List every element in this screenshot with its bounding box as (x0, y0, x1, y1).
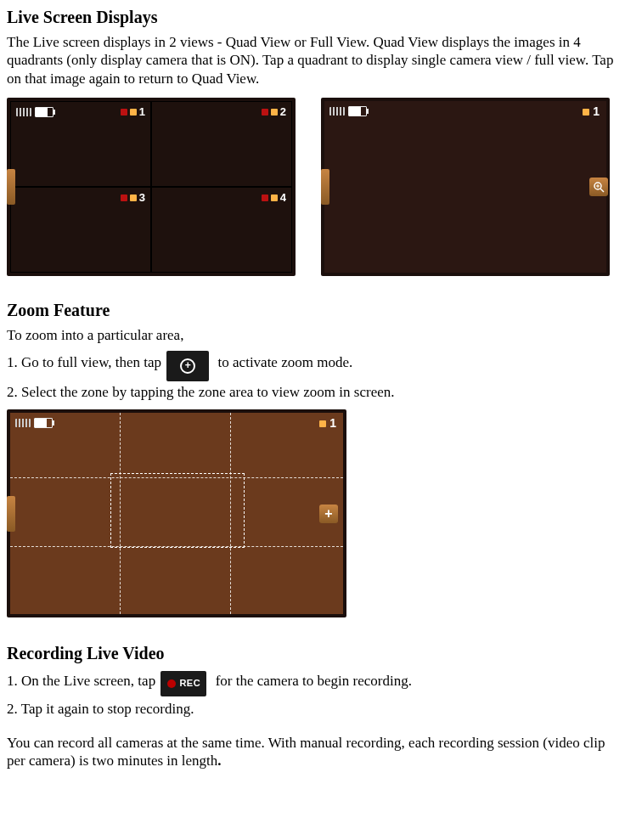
recording-step-1b: for the camera to begin recording. (216, 673, 412, 689)
status-bar (16, 107, 53, 117)
camera-status-icon (130, 109, 137, 116)
status-bar (15, 418, 53, 428)
camera-status-icon (271, 194, 278, 201)
camera-status-icon (130, 194, 137, 201)
side-tab-left[interactable] (7, 496, 15, 532)
zoom-plus-button[interactable]: + (319, 505, 338, 523)
signal-icon (329, 107, 345, 116)
svg-line-1 (600, 189, 604, 192)
camera-label-1: 1 (121, 105, 145, 119)
camera-label-4: 4 (262, 191, 286, 205)
record-dot-icon (262, 109, 268, 116)
camera-number: 4 (280, 191, 286, 205)
zoom-area[interactable]: 1 + (10, 413, 343, 614)
magnify-plus-icon (166, 351, 209, 381)
signal-icon (16, 108, 31, 116)
side-tab-left[interactable] (7, 169, 15, 205)
status-bar (329, 106, 367, 116)
record-dot-icon (121, 109, 127, 116)
record-dot-icon (262, 194, 268, 201)
zoom-selection-box[interactable] (110, 473, 245, 547)
quad-cell-1[interactable]: 1 (10, 101, 151, 187)
figure-zoom-view: 1 + (7, 409, 346, 617)
camera-number: 3 (139, 191, 145, 205)
section-body-live-screen: The Live screen displays in 2 views - Qu… (7, 33, 618, 87)
quad-cell-3[interactable]: 3 (10, 187, 151, 273)
record-dot-icon (121, 194, 127, 201)
figure-quad-view: 1 2 3 4 (7, 98, 296, 276)
battery-icon (34, 418, 53, 428)
figure-full-view: 1 (321, 98, 610, 276)
rec-icon (160, 671, 206, 696)
recording-note: You can record all cameras at the same t… (7, 734, 618, 770)
side-tab-left[interactable] (321, 169, 329, 205)
recording-note-period: . (217, 753, 221, 769)
camera-number: 1 (593, 104, 600, 120)
camera-label-zoom: 1 (319, 416, 336, 431)
section-heading-live-screen: Live Screen Displays (7, 7, 618, 28)
zoom-intro: To zoom into a particular area, (7, 326, 618, 344)
camera-label-2: 2 (262, 105, 286, 119)
signal-icon (15, 419, 31, 427)
zoom-button[interactable] (589, 178, 608, 196)
recording-note-text: You can record all cameras at the same t… (7, 735, 605, 769)
battery-icon (348, 106, 367, 116)
magnify-plus-icon (593, 181, 605, 193)
full-view-area[interactable]: 1 (324, 101, 606, 273)
camera-number: 1 (329, 416, 336, 431)
section-heading-recording: Recording Live Video (7, 643, 618, 664)
camera-number: 2 (280, 105, 286, 119)
camera-status-icon (271, 109, 278, 116)
recording-step-2: 2. Tap it again to stop recording. (7, 700, 618, 718)
quad-cell-4[interactable]: 4 (151, 187, 292, 273)
camera-label-full: 1 (583, 104, 600, 120)
section-heading-zoom: Zoom Feature (7, 300, 618, 321)
quad-grid: 1 2 3 4 (10, 101, 292, 273)
figures-row: 1 2 3 4 (7, 98, 618, 276)
recording-step-1: 1. On the Live screen, tap for the camer… (7, 671, 618, 693)
zoom-step-1: 1. Go to full view, then tap to activate… (7, 351, 618, 376)
camera-number: 1 (139, 105, 145, 119)
zoom-step-1b: to activate zoom mode. (218, 354, 353, 370)
zoom-step-1a: 1. Go to full view, then tap (7, 354, 161, 370)
battery-icon (35, 107, 53, 117)
camera-status-icon (319, 420, 326, 427)
camera-label-3: 3 (121, 191, 145, 205)
quad-cell-2[interactable]: 2 (151, 101, 292, 187)
recording-step-1a: 1. On the Live screen, tap (7, 673, 159, 689)
camera-status-icon (583, 109, 589, 116)
zoom-step-2: 2. Select the zone by tapping the zone a… (7, 383, 618, 401)
